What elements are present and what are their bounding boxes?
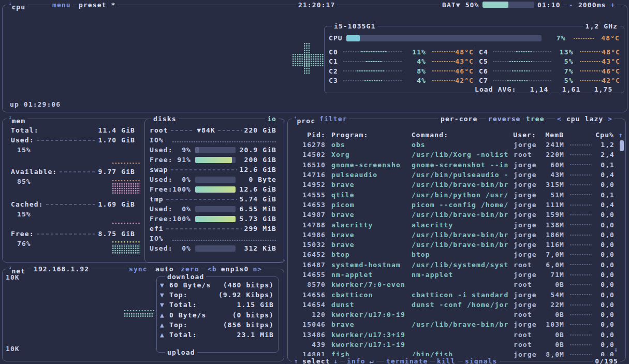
- proc-sort-selector[interactable]: <cpu lazy>: [555, 114, 615, 124]
- process-row[interactable]: 14656cbatticoncbatticon -i standardjorge…: [288, 289, 625, 299]
- process-row[interactable]: 14788alacrittyalacrittyjorge138M0,0: [288, 220, 625, 229]
- menu-button[interactable]: menu: [50, 0, 73, 10]
- signals-button[interactable]: signals: [463, 356, 500, 364]
- process-cpu-graph: [570, 304, 592, 306]
- disk-size: 5.74 GiB: [240, 195, 276, 203]
- iface-name: enp1s0: [221, 265, 249, 273]
- disk-usage-row: Used:0%312 KiB: [145, 243, 285, 253]
- process-user: jorge: [514, 291, 543, 299]
- process-row[interactable]: 14654dunstdunst -conf /home/jorjorge22M0…: [288, 300, 625, 310]
- disk-size: 220 GiB: [244, 126, 277, 134]
- core-usage-graph: [343, 70, 403, 72]
- iface-prev-button[interactable]: <b: [208, 265, 217, 273]
- proc-box-title[interactable]: ⁴proc: [292, 114, 317, 124]
- process-command: obs: [412, 141, 514, 149]
- process-user: jorge: [514, 201, 543, 209]
- terminate-button[interactable]: terminate: [384, 356, 430, 364]
- process-row[interactable]: 8570kworker/7:0-evenroot0B0,0: [288, 280, 625, 289]
- sort-mode: cpu lazy: [566, 115, 603, 123]
- process-row[interactable]: 16452btopbtopjorge7,0M0,0: [288, 250, 625, 259]
- net-rate-value: 23.1 MiB: [197, 331, 274, 339]
- process-cpu: 0,0: [595, 241, 615, 249]
- core-temp-value: 48°C: [602, 48, 620, 56]
- process-row[interactable]: 14987brave/usr/lib/brave-bin/brjorge159M…: [288, 210, 625, 220]
- process-row[interactable]: 16278obsobsjorge241M1,2: [288, 140, 625, 150]
- proc-per-core-toggle[interactable]: per-core: [438, 114, 479, 124]
- iface-next-button[interactable]: n>: [253, 265, 262, 273]
- kill-button[interactable]: kill: [435, 356, 458, 364]
- disks-box-title[interactable]: disks: [151, 114, 179, 124]
- process-program: kworker/u17:1-i9: [331, 341, 412, 348]
- process-mem: 116M: [543, 241, 564, 249]
- interval-plus-button[interactable]: +: [611, 1, 616, 9]
- disk-usage-row: Used:0%0 Byte: [145, 174, 285, 184]
- core-name: C5: [477, 57, 492, 65]
- mem-entry-label: Cached:: [11, 200, 43, 208]
- cpu-box-title-text: cpu: [11, 3, 25, 11]
- disk-row-percent: 0%: [172, 244, 191, 252]
- select-control[interactable]: ↑select↓: [292, 356, 340, 364]
- net-box-title[interactable]: ³net: [7, 264, 27, 274]
- process-user: jorge: [514, 231, 543, 239]
- process-cpu-graph: [570, 164, 592, 166]
- process-row[interactable]: 15032brave/usr/lib/brave-bin/brjorge116M…: [288, 240, 625, 250]
- net-interface-switcher[interactable]: <benp1s0n>: [206, 264, 264, 274]
- process-cpu: 0,0: [595, 301, 615, 309]
- net-sync-button[interactable]: sync: [127, 264, 150, 274]
- core-usage-graph: [493, 70, 551, 72]
- core-usage-percent: 7%: [553, 67, 574, 75]
- cpu-core-row: C14%43°C: [327, 57, 474, 67]
- interval-minus-button[interactable]: -: [569, 1, 574, 9]
- process-program: kworker/u17:3+i9: [331, 331, 412, 339]
- sort-next-button[interactable]: >: [608, 115, 612, 123]
- disk-name: root: [150, 126, 168, 134]
- process-row[interactable]: 14555qtile/usr/bin/python /usr/jorge51M0…: [288, 190, 625, 199]
- process-row[interactable]: 14655nm-appletnm-appletjorge71M0,0: [288, 270, 625, 280]
- disks-io-toggle[interactable]: io: [265, 114, 279, 124]
- disk-row-label: Free:: [150, 185, 172, 193]
- sort-prev-button[interactable]: <: [557, 115, 562, 123]
- select-up-icon[interactable]: ↑: [294, 357, 299, 364]
- process-cpu: 0,0: [595, 331, 615, 339]
- process-user: jorge: [514, 211, 543, 219]
- net-rate-label: 60 Byte/s: [169, 281, 211, 289]
- proc-filter-button[interactable]: filter: [317, 114, 349, 124]
- process-row[interactable]: 15046brave/usr/lib/brave-bin/brjorge103M…: [288, 319, 625, 329]
- process-cpu-graph: [570, 194, 592, 196]
- process-cpu-graph: [570, 224, 592, 226]
- select-down-icon[interactable]: ↓: [334, 357, 339, 364]
- process-row[interactable]: 14653picompicom --config /home/jorge111M…: [288, 200, 625, 210]
- process-row[interactable]: 16487systemd-hostnam/usr/lib/systemd/sys…: [288, 260, 625, 270]
- battery-bar: [481, 2, 536, 8]
- process-row[interactable]: 439kworker/u17:1-i9root0B0,0: [288, 340, 625, 350]
- proc-tree-toggle[interactable]: tree: [524, 114, 547, 124]
- disk-row-value: 6.55 MiB: [236, 205, 276, 213]
- process-row[interactable]: 14952brave/usr/lib/brave-bin/brjorge315M…: [288, 180, 625, 190]
- disk-usage-row: Used:0%6.55 MiB: [145, 204, 285, 214]
- core-usage-graph: [343, 61, 403, 63]
- process-row[interactable]: 14716pulseaudio/usr/bin/pulseaudio -jorg…: [288, 170, 625, 180]
- process-command: /usr/lib/brave-bin/br: [412, 211, 514, 219]
- scroll-down-icon[interactable]: ↓: [614, 345, 619, 353]
- process-row[interactable]: 14986brave/usr/lib/brave-bin/brjorge186M…: [288, 230, 625, 240]
- core-usage-cluster: [361, 51, 387, 53]
- process-mem: 54M: [543, 291, 564, 299]
- disk-row-percent: 100%: [172, 185, 191, 193]
- proc-scrollbar[interactable]: [620, 140, 624, 151]
- info-button[interactable]: info↵: [345, 356, 376, 364]
- process-row[interactable]: 16510gnome-screenshognome-screenshot --i…: [288, 160, 625, 170]
- process-pid: 16510: [292, 161, 326, 169]
- disk-row-label: Free:: [150, 215, 172, 223]
- process-cpu-graph: [570, 274, 592, 276]
- core-temp-meter: [580, 51, 602, 53]
- proc-reverse-toggle[interactable]: reverse: [486, 114, 523, 124]
- process-pid: 14716: [292, 171, 326, 179]
- process-row[interactable]: 120kworker/u17:0-i9root0B0,0: [288, 310, 625, 319]
- cpu-box-title[interactable]: ¹cpu: [7, 0, 27, 10]
- preset-button[interactable]: preset *: [77, 0, 118, 10]
- process-row[interactable]: 14502Xorg/usr/lib/Xorg -nolistroot220M2,…: [288, 150, 625, 159]
- sort-direction-icon[interactable]: ↑: [616, 131, 623, 139]
- disk-sections: root▼84K220 GiBIO%Used:9%20.9 GiBFree:91…: [145, 125, 285, 253]
- process-row[interactable]: 13486kworker/u17:3+i9root0B0,0: [288, 330, 625, 340]
- mem-box-title[interactable]: ²mem: [7, 114, 27, 124]
